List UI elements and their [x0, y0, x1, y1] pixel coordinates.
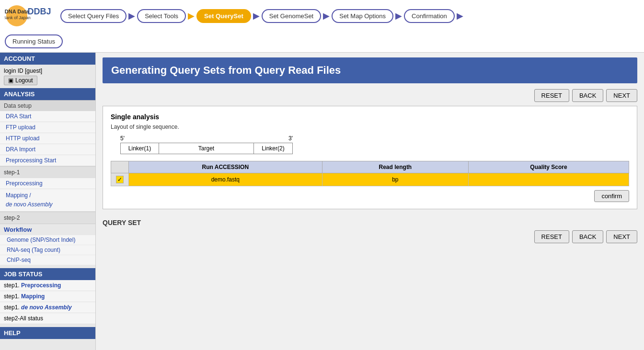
logout-button[interactable]: ▣ Logout [4, 76, 37, 85]
reset-button-bottom[interactable]: RESET [534, 230, 569, 243]
row-checkbox[interactable]: ✓ [116, 176, 124, 183]
data-setup-label: Data setup [0, 100, 95, 111]
seq-linker2-box: Linker(2) [254, 143, 292, 154]
table-cell-quality-score [469, 173, 629, 186]
sidebar-item-ftp-upload[interactable]: FTP upload [0, 122, 95, 133]
app-container: DNA Data Bank of Japan DDBJ Select Query… [0, 0, 644, 350]
query-files-table: Run ACCESSION Read length Quality Score … [111, 161, 629, 186]
second-nav-row: Running Status [5, 33, 639, 48]
query-set-label: QUERY SET [103, 215, 637, 230]
job-status-section-title: JOB STATUS [0, 268, 95, 280]
sidebar-item-dra-start[interactable]: DRA Start [0, 111, 95, 122]
sequence-diagram: 5' 3' Linker(1) Target Linker(2) [120, 135, 629, 154]
logo-area: DNA Data Bank of Japan DDBJ [5, 4, 53, 28]
table-header-read-length: Read length [322, 161, 468, 173]
top-action-bar: RESET BACK NEXT [103, 89, 637, 102]
job-mapping-item: step1. Mapping [0, 291, 95, 302]
sidebar-item-mapping-denovo[interactable]: Mapping / de novo Assembly [0, 189, 95, 212]
running-status-button[interactable]: Running Status [5, 34, 63, 48]
sidebar-item-genome-snp[interactable]: Genome (SNP/Short Indel) [0, 235, 95, 245]
sidebar-user-info: login ID [guest] ▣ Logout [0, 65, 95, 88]
back-button-top[interactable]: BACK [572, 89, 603, 102]
main-content: Generating Query Sets from Query Read Fi… [96, 53, 644, 350]
seq-boxes: Linker(1) Target Linker(2) [120, 143, 293, 154]
workflow-label: Workflow [0, 224, 95, 235]
arrow-4: ▶ [323, 11, 330, 21]
analysis-section-title: ANALYSIS [0, 88, 95, 100]
step-confirmation[interactable]: Confirmation [404, 9, 455, 23]
sidebar-item-preprocessing-start[interactable]: Preprocessing Start [0, 155, 95, 166]
panel-section-title: Single analysis [111, 113, 629, 121]
job-preprocessing-item: step1. Preprocessing [0, 280, 95, 291]
main-layout: ACCOUNT login ID [guest] ▣ Logout ANALYS… [0, 53, 644, 350]
step2-label: step-2 [0, 212, 95, 224]
arrow-3: ▶ [253, 11, 260, 21]
back-button-bottom[interactable]: BACK [572, 230, 603, 243]
bottom-action-bar: RESET BACK NEXT [103, 230, 637, 243]
table-cell-run-accession: demo.fastq [129, 173, 322, 186]
svg-text:DDBJ: DDBJ [27, 7, 51, 16]
table-cell-read-length: bp [322, 173, 468, 186]
step1-label: step-1 [0, 166, 95, 178]
arrow-2: ▶ [188, 11, 195, 21]
table-header-run-accession: Run ACCESSION [129, 161, 322, 173]
ddbj-logo: DNA Data Bank of Japan DDBJ [5, 4, 53, 28]
svg-text:DNA Data: DNA Data [5, 9, 29, 14]
seq-3prime-label: 3' [288, 135, 293, 142]
next-button-top[interactable]: NEXT [606, 89, 637, 102]
seq-end-labels: 5' 3' [120, 135, 293, 142]
help-section-title: HELP [0, 327, 95, 339]
sidebar-item-http-upload[interactable]: HTTP upload [0, 133, 95, 144]
step-set-map-options[interactable]: Set Map Options [332, 9, 393, 23]
svg-text:Bank of Japan: Bank of Japan [5, 15, 31, 20]
step-select-tools[interactable]: Select Tools [137, 9, 186, 23]
seq-5prime-label: 5' [120, 135, 125, 142]
logout-icon: ▣ [8, 77, 13, 84]
sidebar-item-preprocessing[interactable]: Preprocessing [0, 178, 95, 189]
step-set-genomeset[interactable]: Set GenomeSet [262, 9, 322, 23]
job-denovo-item: step1. de novo Assembly [0, 302, 95, 313]
single-analysis-panel: Single analysis Layout of single sequenc… [103, 106, 637, 209]
seq-linker1-box: Linker(1) [121, 143, 159, 154]
arrow-6: ▶ [457, 11, 463, 21]
page-title: Generating Query Sets from Query Read Fi… [103, 57, 637, 83]
reset-button-top[interactable]: RESET [534, 89, 569, 102]
sidebar-item-dra-import[interactable]: DRA Import [0, 144, 95, 155]
header: DNA Data Bank of Japan DDBJ Select Query… [0, 0, 644, 53]
next-button-bottom[interactable]: NEXT [606, 230, 637, 243]
job-step2-all-item: step2-All status [0, 313, 95, 324]
arrow-5: ▶ [395, 11, 402, 21]
table-cell-check: ✓ [111, 173, 129, 186]
confirm-btn-row: confirm [111, 190, 629, 202]
sidebar-item-rna-seq[interactable]: RNA-seq (Tag count) [0, 245, 95, 255]
table-header-check [111, 161, 129, 173]
table-header-quality-score: Quality Score [469, 161, 629, 173]
account-section-title: ACCOUNT [0, 53, 95, 65]
sidebar: ACCOUNT login ID [guest] ▣ Logout ANALYS… [0, 53, 96, 350]
workflow-step-nav: Select Query Files ▶ Select Tools ▶ Set … [60, 9, 464, 23]
login-id-text: login ID [guest] [4, 68, 42, 74]
panel-description: Layout of single sequence. [111, 124, 629, 130]
step-set-queryset[interactable]: Set QuerySet [196, 9, 251, 23]
table-row: ✓ demo.fastq bp [111, 173, 629, 186]
arrow-1: ▶ [128, 11, 135, 21]
sidebar-item-chip-seq[interactable]: ChIP-seq [0, 255, 95, 265]
seq-target-box: Target [159, 143, 254, 154]
step-select-query-files[interactable]: Select Query Files [60, 9, 126, 23]
confirm-button[interactable]: confirm [594, 190, 629, 202]
